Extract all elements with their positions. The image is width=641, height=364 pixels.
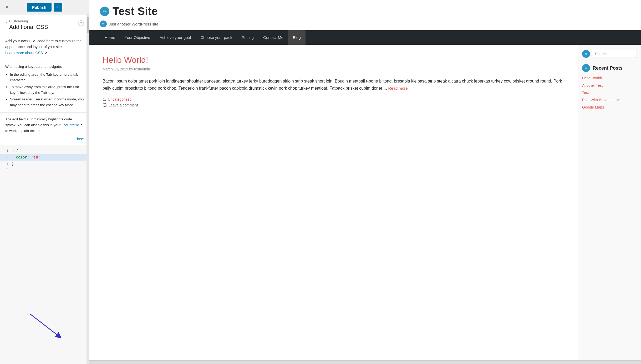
blog-post: Hello World! March 14, 2019 by testadmin… [103, 55, 564, 107]
top-bar: ✕ Publish ⚙ [0, 0, 89, 14]
post-footer: 🗂 Uncategorized 💬 Leave a comment [103, 97, 564, 107]
keyboard-section: When using a keyboard to navigate: In th… [0, 60, 89, 113]
publish-button[interactable]: Publish [27, 3, 52, 12]
settings-button[interactable]: ⚙ [54, 3, 62, 12]
code-line-2: 2 color: red; [0, 154, 89, 161]
nav-achieve-your-goal[interactable]: Achieve your goal [155, 30, 196, 45]
recent-posts-icon-circle: ✏ [582, 64, 590, 72]
keyboard-list: In the editing area, the Tab key enters … [5, 72, 84, 108]
post-by: by [129, 67, 134, 71]
line-content-2: color: red; [12, 154, 40, 161]
panel-scrollbar[interactable] [87, 14, 89, 364]
bottom-scrollbar[interactable] [89, 360, 641, 364]
keyboard-item-3: Screen reader users: when in forms mode,… [10, 96, 84, 108]
line-num-1: 1 [2, 148, 8, 154]
user-profile-link[interactable]: user profile [62, 123, 79, 127]
code-line-4: 4 [0, 167, 89, 173]
sidebar-search-widget: ✏ [582, 50, 637, 58]
post-date: March 14, 2019 [103, 67, 128, 71]
line-num-2: 2 [2, 154, 8, 161]
post-author: testadmin [134, 67, 150, 71]
back-button[interactable]: ‹ [5, 20, 7, 26]
comment-icon: 💬 [103, 103, 107, 107]
customizing-title-block: Customizing Additional CSS [9, 19, 78, 30]
site-tagline-icon: ✏ [100, 20, 107, 27]
ext-icon-profile: ↗ [80, 123, 83, 127]
recent-posts-title: Recent Posts [593, 65, 623, 71]
nav-pricing[interactable]: Pricing [237, 30, 258, 45]
category-icon: 🗂 [103, 97, 106, 101]
site-title: Test Site [113, 5, 158, 17]
post-title: Hello World! [103, 55, 564, 65]
read-more-link[interactable]: Read more [388, 86, 408, 90]
recent-posts-list: Hello World! Another Test Test Post With… [582, 76, 637, 110]
ext-link-icon: ↗ [44, 51, 47, 55]
close-x-button[interactable]: ✕ [3, 3, 11, 11]
recent-posts-header: ✏ Recent Posts [582, 64, 637, 72]
scrollbar-thumb [87, 17, 89, 33]
customizing-header: ‹ Customizing Additional CSS ? [0, 14, 89, 34]
leave-comment-link[interactable]: Leave a comment [109, 103, 138, 107]
post-category[interactable]: Uncategorized [108, 97, 131, 101]
nav-home[interactable]: Home [100, 30, 120, 45]
learn-more-link[interactable]: Learn more about CSS [5, 51, 43, 55]
line-content-1: a { [12, 148, 18, 154]
recent-post-4[interactable]: Post With Broken Links [582, 98, 637, 103]
close-link[interactable]: Close [74, 137, 84, 141]
keyboard-title: When using a keyboard to navigate: [5, 64, 84, 70]
recent-posts-icon: ✏ [585, 66, 588, 70]
post-excerpt: Bacon ipsum dolor amet pork loin landjae… [103, 78, 564, 92]
site-nav: Home Your Objective Achieve your goal Ch… [89, 30, 641, 45]
pencil-icon: ✏ [103, 9, 106, 14]
customizing-label: Customizing [9, 19, 78, 23]
close-link-container: Close [0, 136, 89, 145]
line-num-3: 3 [2, 161, 8, 167]
blog-content: Hello World! March 14, 2019 by testadmin… [89, 45, 578, 360]
line-content-3: } [12, 161, 14, 167]
info-text: Add your own CSS code here to customize … [5, 39, 82, 49]
recent-post-2[interactable]: Another Test [582, 83, 637, 88]
nav-choose-your-pack[interactable]: Choose your pack [196, 30, 237, 45]
main-content: Hello World! March 14, 2019 by testadmin… [89, 45, 641, 360]
code-lines: 1 a { 2 color: red; 3 } 4 [0, 145, 89, 364]
site-logo: ✏ [100, 7, 109, 16]
keyboard-item-2: To move away from this area, press the E… [10, 84, 84, 95]
site-tagline-row: ✏ Just another WordPress site [100, 20, 158, 27]
blog-sidebar: ✏ ✏ Recent Posts Hello World! Another Te… [578, 45, 641, 360]
recent-post-1[interactable]: Hello World! [582, 76, 637, 81]
code-line-1: 1 a { [0, 148, 89, 154]
customizing-section-title: Additional CSS [9, 24, 78, 30]
post-meta: March 14, 2019 by testadmin [103, 67, 564, 71]
css-code-editor[interactable]: 1 a { 2 color: red; 3 } 4 [0, 145, 89, 364]
edit-field-note: The edit field automatically highlights … [0, 113, 89, 136]
pencil-icon-2: ✏ [102, 22, 105, 26]
search-icon: ✏ [585, 52, 588, 56]
post-comment-row: 💬 Leave a comment [103, 103, 564, 107]
nav-your-objective[interactable]: Your Objective [120, 30, 155, 45]
recent-post-3[interactable]: Test [582, 90, 637, 95]
site-header: ✏ Test Site ✏ Just another WordPress sit… [89, 0, 641, 30]
line-num-4: 4 [2, 167, 8, 173]
edit-field-text2: to work in plain text mode. [5, 129, 47, 133]
keyboard-item-1: In the editing area, the Tab key enters … [10, 72, 84, 83]
recent-post-5[interactable]: Google Maps [582, 105, 637, 110]
site-preview: ✏ Test Site ✏ Just another WordPress sit… [89, 0, 641, 364]
customizer-panel: ✕ Publish ⚙ ‹ Customizing Additional CSS… [0, 0, 89, 364]
code-line-3: 3 } [0, 161, 89, 167]
sidebar-search-icon-circle: ✏ [582, 50, 590, 58]
site-tagline: Just another WordPress site [109, 22, 158, 26]
info-section: Add your own CSS code here to customize … [0, 34, 89, 60]
help-button[interactable]: ? [78, 20, 84, 26]
search-input[interactable] [592, 50, 637, 58]
nav-blog[interactable]: Blog [288, 30, 306, 45]
nav-contact-me[interactable]: Contact Me [258, 30, 288, 45]
post-category-row: 🗂 Uncategorized [103, 97, 564, 101]
